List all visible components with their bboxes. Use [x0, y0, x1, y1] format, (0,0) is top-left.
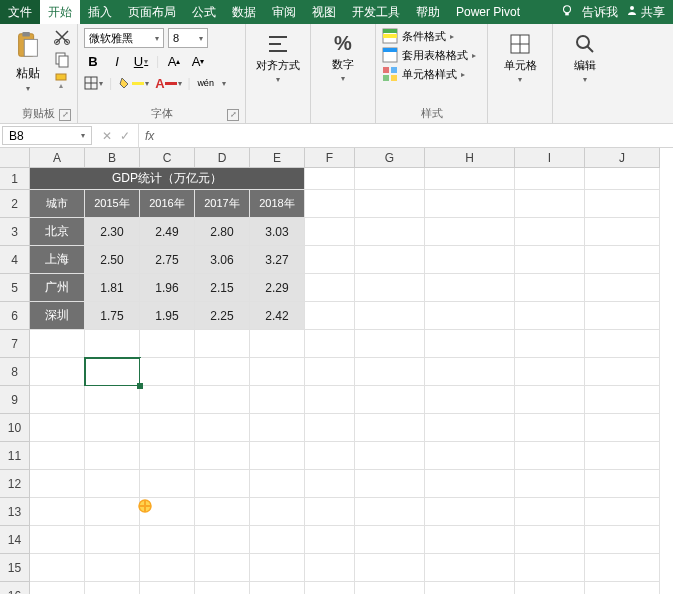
cell[interactable] — [85, 414, 140, 442]
cell[interactable] — [425, 246, 515, 274]
tab-pagelayout[interactable]: 页面布局 — [120, 0, 184, 24]
cell[interactable] — [425, 582, 515, 594]
cell[interactable] — [195, 526, 250, 554]
tab-home[interactable]: 开始 — [40, 0, 80, 24]
cell[interactable] — [425, 386, 515, 414]
cell[interactable] — [195, 414, 250, 442]
cell[interactable] — [305, 554, 355, 582]
table-cell[interactable]: 2.15 — [195, 274, 250, 302]
cell[interactable] — [305, 526, 355, 554]
row-header-8[interactable]: 8 — [0, 358, 30, 386]
col-header-E[interactable]: E — [250, 148, 305, 168]
cell[interactable] — [30, 582, 85, 594]
font-color-button[interactable]: A▾ — [155, 74, 181, 92]
table-cell[interactable]: 2.50 — [85, 246, 140, 274]
row-header-13[interactable]: 13 — [0, 498, 30, 526]
cell[interactable] — [425, 554, 515, 582]
cell[interactable] — [585, 302, 660, 330]
table-cell[interactable]: 2.49 — [140, 218, 195, 246]
tab-data[interactable]: 数据 — [224, 0, 264, 24]
cell[interactable] — [305, 498, 355, 526]
cell[interactable] — [195, 554, 250, 582]
italic-button[interactable]: I — [108, 52, 126, 70]
cell[interactable] — [585, 470, 660, 498]
cell[interactable] — [30, 498, 85, 526]
cell[interactable] — [250, 442, 305, 470]
formula-input[interactable] — [160, 124, 673, 147]
editing-button[interactable]: 编辑▾ — [559, 28, 611, 84]
font-launcher[interactable]: ⤢ — [227, 109, 239, 121]
table-cell[interactable]: 2.75 — [140, 246, 195, 274]
col-header-J[interactable]: J — [585, 148, 660, 168]
col-header-C[interactable]: C — [140, 148, 195, 168]
cell[interactable] — [515, 386, 585, 414]
share-button[interactable]: 共享 — [626, 4, 665, 21]
cell[interactable] — [355, 190, 425, 218]
cell[interactable] — [140, 414, 195, 442]
font-name-select[interactable]: 微软雅黑▾ — [84, 28, 164, 48]
row-header-6[interactable]: 6 — [0, 302, 30, 330]
spreadsheet-grid[interactable]: ABCDEFGHIJ 12345678910111213141516 GDP统计… — [0, 148, 673, 594]
row-header-15[interactable]: 15 — [0, 554, 30, 582]
cell[interactable] — [30, 442, 85, 470]
cell[interactable] — [355, 274, 425, 302]
cell[interactable] — [425, 274, 515, 302]
selection-handle[interactable] — [137, 383, 143, 389]
cell[interactable] — [140, 442, 195, 470]
cell[interactable] — [140, 498, 195, 526]
tab-help[interactable]: 帮助 — [408, 0, 448, 24]
cell[interactable] — [515, 246, 585, 274]
table-cell[interactable]: 2.30 — [85, 218, 140, 246]
lightbulb-icon[interactable] — [560, 4, 574, 21]
cell[interactable] — [30, 358, 85, 386]
cell[interactable] — [425, 330, 515, 358]
table-title[interactable]: GDP统计（万亿元） — [30, 168, 305, 190]
tab-view[interactable]: 视图 — [304, 0, 344, 24]
row-header-5[interactable]: 5 — [0, 274, 30, 302]
cell[interactable] — [195, 582, 250, 594]
fx-icon[interactable]: fx — [139, 124, 160, 147]
tab-review[interactable]: 审阅 — [264, 0, 304, 24]
cell[interactable] — [195, 470, 250, 498]
border-button[interactable]: ▾ — [84, 74, 103, 92]
cell[interactable] — [305, 414, 355, 442]
table-cell[interactable]: 1.81 — [85, 274, 140, 302]
number-format-button[interactable]: % 数字▾ — [317, 28, 369, 83]
cell[interactable] — [515, 442, 585, 470]
cell[interactable] — [355, 414, 425, 442]
cell[interactable] — [425, 470, 515, 498]
cell[interactable] — [585, 414, 660, 442]
table-header[interactable]: 城市 — [30, 190, 85, 218]
cells-button[interactable]: 单元格▾ — [494, 28, 546, 84]
cell[interactable] — [305, 330, 355, 358]
row-header-7[interactable]: 7 — [0, 330, 30, 358]
cell[interactable] — [515, 168, 585, 190]
cell[interactable] — [250, 330, 305, 358]
cell[interactable] — [30, 470, 85, 498]
cell[interactable] — [140, 582, 195, 594]
cell[interactable] — [355, 442, 425, 470]
cell[interactable] — [515, 498, 585, 526]
cell[interactable] — [355, 218, 425, 246]
cell[interactable] — [355, 246, 425, 274]
cell[interactable] — [585, 582, 660, 594]
row-header-1[interactable]: 1 — [0, 168, 30, 190]
cell[interactable] — [195, 358, 250, 386]
col-header-H[interactable]: H — [425, 148, 515, 168]
font-size-select[interactable]: 8▾ — [168, 28, 208, 48]
tab-formulas[interactable]: 公式 — [184, 0, 224, 24]
cell[interactable] — [425, 442, 515, 470]
col-header-F[interactable]: F — [305, 148, 355, 168]
tab-powerpivot[interactable]: Power Pivot — [448, 0, 528, 24]
table-cell[interactable]: 上海 — [30, 246, 85, 274]
cell[interactable] — [85, 358, 140, 386]
cell[interactable] — [515, 330, 585, 358]
tab-insert[interactable]: 插入 — [80, 0, 120, 24]
table-format-button[interactable]: 套用表格格式 ▸ — [382, 47, 476, 63]
cell[interactable] — [585, 218, 660, 246]
table-header[interactable]: 2017年 — [195, 190, 250, 218]
table-cell[interactable]: 北京 — [30, 218, 85, 246]
cell[interactable] — [140, 358, 195, 386]
tell-me[interactable]: 告诉我 — [582, 4, 618, 21]
cell[interactable] — [30, 330, 85, 358]
